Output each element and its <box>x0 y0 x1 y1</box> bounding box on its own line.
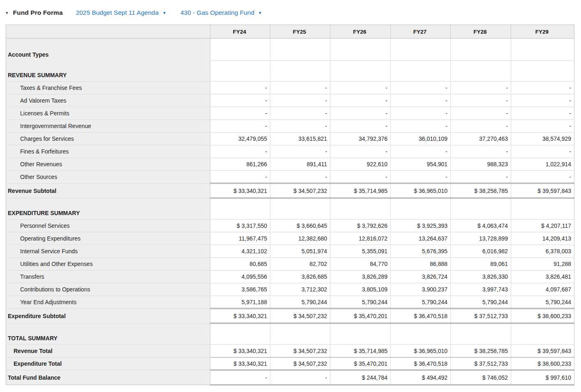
table-row: Fines & Forfeitures------ <box>6 145 574 158</box>
cell: $ 38,258,785 <box>451 345 511 358</box>
table-row: Taxes & Franchise Fees------ <box>6 82 574 94</box>
table-row: Other Revenues861,266891,411922,610954,9… <box>6 158 574 171</box>
cell: 3,805,109 <box>330 283 391 296</box>
cell: 91,288 <box>511 258 574 271</box>
cell: $ 35,714,985 <box>330 345 391 358</box>
cell: 954,901 <box>391 158 451 171</box>
cell <box>391 61 451 82</box>
table-row: Charges for Services32,479,05533,615,821… <box>6 133 574 145</box>
cell: - <box>451 82 511 94</box>
table-row: Revenue Total$ 33,340,321$ 34,507,232$ 3… <box>6 345 574 358</box>
cell <box>270 198 330 220</box>
table-row: Expenditure Total$ 33,340,321$ 34,507,23… <box>6 358 574 370</box>
table-row: Utilities and Other Expenses80,68582,702… <box>6 258 574 271</box>
cell: 5,790,244 <box>330 296 391 309</box>
column-header-fy25: FY25 <box>270 25 330 39</box>
cell: $ 746,052 <box>451 370 511 385</box>
cell: - <box>210 82 270 94</box>
row-label: Revenue Subtotal <box>6 183 210 198</box>
cell: 3,826,289 <box>330 271 391 283</box>
row-label: Intergovernmental Revenue <box>6 120 210 133</box>
row-label: Personnel Services <box>6 220 210 232</box>
cell: 37,270,463 <box>451 133 511 145</box>
cell: $ 33,340,321 <box>210 345 270 358</box>
cell <box>210 61 270 82</box>
cell: - <box>511 82 574 94</box>
cell: - <box>391 145 451 158</box>
cell <box>270 61 330 82</box>
cell: $ 4,207,117 <box>511 220 574 232</box>
cell <box>330 198 391 220</box>
cell <box>210 198 270 220</box>
row-label: Other Revenues <box>6 158 210 171</box>
cell: 5,790,244 <box>270 296 330 309</box>
cell: - <box>391 94 451 107</box>
cell: $ 244,784 <box>330 370 391 385</box>
column-header-fy24: FY24 <box>210 25 270 39</box>
cell <box>511 39 574 61</box>
column-header-fy27: FY27 <box>391 25 451 39</box>
cell: 12,382,680 <box>270 232 330 245</box>
fund-dropdown-label: 430 - Gas Operating Fund <box>180 9 254 16</box>
table-row: Personnel Services$ 3,317,550$ 3,660,645… <box>6 220 574 232</box>
cell: - <box>391 107 451 120</box>
cell: 34,792,376 <box>330 133 391 145</box>
budget-dropdown[interactable]: 2025 Budget Sept 11 Agenda ▼ <box>76 9 166 16</box>
pro-forma-table: FY24FY25FY26FY27FY28FY29 Account TypesRE… <box>6 25 574 385</box>
cell: 3,826,724 <box>391 271 451 283</box>
table-row: Other Sources------ <box>6 171 574 183</box>
row-label: Operating Expenditures <box>6 232 210 245</box>
cell: $ 38,600,233 <box>511 309 574 323</box>
cell: 4,095,556 <box>210 271 270 283</box>
cell: - <box>451 107 511 120</box>
cell: 14,209,413 <box>511 232 574 245</box>
cell: $ 4,063,474 <box>451 220 511 232</box>
cell: - <box>451 94 511 107</box>
cell <box>330 61 391 82</box>
cell: - <box>451 145 511 158</box>
table-row: Ad Valorem Taxes------ <box>6 94 574 107</box>
cell: 80,685 <box>210 258 270 271</box>
collapse-caret-icon[interactable]: ▾ <box>6 11 8 15</box>
row-label: REVENUE SUMMARY <box>6 61 210 82</box>
row-label: Fines & Forfeitures <box>6 145 210 158</box>
table-row: EXPENDITURE SUMMARY <box>6 198 574 220</box>
cell: $ 35,470,201 <box>330 309 391 323</box>
cell: $ 36,470,518 <box>391 358 451 370</box>
fund-dropdown[interactable]: 430 - Gas Operating Fund ▼ <box>180 9 262 16</box>
cell: $ 3,792,626 <box>330 220 391 232</box>
cell: 5,971,188 <box>210 296 270 309</box>
table-row: Internal Service Funds4,321,1025,051,974… <box>6 245 574 258</box>
cell: $ 35,714,985 <box>330 183 391 198</box>
cell: $ 33,340,321 <box>210 309 270 323</box>
cell <box>511 323 574 345</box>
cell: $ 33,340,321 <box>210 358 270 370</box>
cell: 4,097,687 <box>511 283 574 296</box>
row-label: TOTAL SUMMARY <box>6 323 210 345</box>
table-row: TOTAL SUMMARY <box>6 323 574 345</box>
cell: 6,378,003 <box>511 245 574 258</box>
cell: $ 36,470,518 <box>391 309 451 323</box>
cell: - <box>330 94 391 107</box>
cell: 3,826,330 <box>451 271 511 283</box>
cell: $ 34,507,232 <box>270 309 330 323</box>
cell: 891,411 <box>270 158 330 171</box>
row-label: Contributions to Operations <box>6 283 210 296</box>
cell: $ 3,925,393 <box>391 220 451 232</box>
cell: - <box>330 145 391 158</box>
table-row: Year End Adjustments5,971,1885,790,2445,… <box>6 296 574 309</box>
cell: $ 39,597,843 <box>511 183 574 198</box>
cell: $ 38,258,785 <box>451 183 511 198</box>
cell: - <box>330 120 391 133</box>
row-label: Transfers <box>6 271 210 283</box>
row-label: Licenses & Permits <box>6 107 210 120</box>
row-label: Internal Service Funds <box>6 245 210 258</box>
cell: 84,770 <box>330 258 391 271</box>
row-label: Year End Adjustments <box>6 296 210 309</box>
cell: 922,610 <box>330 158 391 171</box>
column-header-fy26: FY26 <box>330 25 391 39</box>
cell: 5,355,091 <box>330 245 391 258</box>
row-label: Other Sources <box>6 171 210 183</box>
cell <box>451 39 511 61</box>
row-label: Total Fund Balance <box>6 370 210 385</box>
